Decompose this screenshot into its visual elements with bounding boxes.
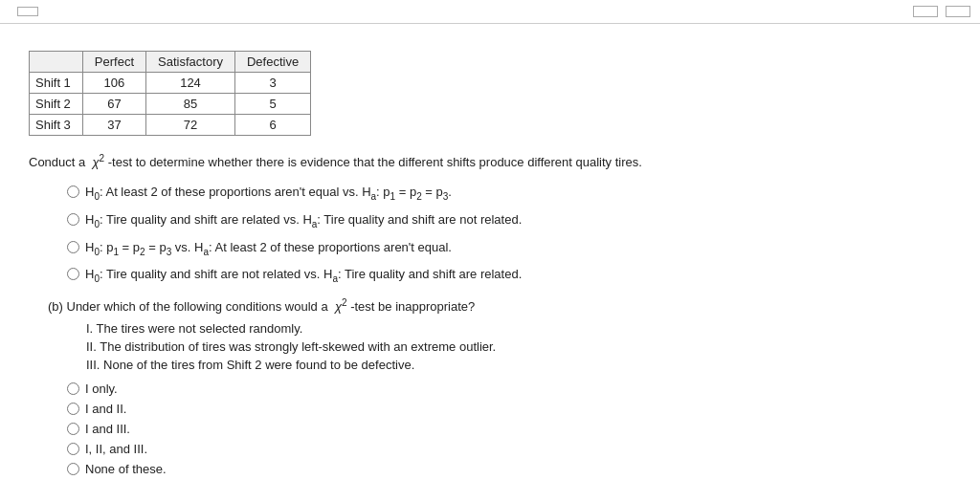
cell-value: 3 — [234, 73, 310, 94]
row-label: Shift 3 — [30, 115, 83, 136]
part-b-radio-4[interactable] — [67, 463, 79, 475]
condition-item: II. The distribution of tires was strong… — [86, 339, 919, 354]
cell-value: 37 — [82, 115, 145, 136]
part-b-radio-3[interactable] — [67, 443, 79, 455]
cell-value: 85 — [146, 94, 235, 115]
part-a-option-label: H0: Tire quality and shift are related v… — [85, 210, 522, 231]
part-a-option[interactable]: H0: At least 2 of these proportions aren… — [67, 183, 919, 204]
cell-value: 124 — [146, 73, 235, 94]
table-row: Shift 337726 — [30, 115, 311, 136]
part-a-option[interactable]: H0: p1 = p2 = p3 vs. Ha: At least 2 of t… — [67, 238, 919, 259]
condition-item: I. The tires were not selected randomly. — [86, 321, 919, 336]
part-b-option[interactable]: I and III. — [67, 422, 919, 436]
part-a-radio-2[interactable] — [67, 241, 79, 253]
part-b-option-label: None of these. — [85, 462, 167, 476]
condition-list: I. The tires were not selected randomly.… — [86, 321, 919, 372]
row-label: Shift 2 — [30, 94, 83, 115]
part-b-radio-0[interactable] — [67, 382, 79, 395]
cell-value: 106 — [82, 73, 145, 94]
data-table: Perfect Satisfactory Defective Shift 110… — [29, 51, 311, 136]
top-bar — [0, 0, 980, 24]
cell-value: 5 — [234, 94, 310, 115]
part-a-option[interactable]: H0: Tire quality and shift are not relat… — [67, 265, 919, 286]
cell-value: 67 — [82, 94, 145, 115]
part-a-radio-0[interactable] — [67, 185, 79, 198]
part-b-option-label: I, II, and III. — [85, 442, 147, 456]
table-header-row: Perfect Satisfactory Defective — [30, 52, 311, 73]
part-a-option-label: H0: Tire quality and shift are not relat… — [85, 265, 522, 286]
table-row: Shift 11061243 — [30, 73, 311, 94]
my-notes-button[interactable] — [913, 6, 938, 17]
col-header-empty — [30, 52, 83, 73]
part-b-option-label: I and II. — [85, 402, 126, 416]
part-b-option-label: I only. — [85, 382, 118, 396]
chi-squared-symbol: χ2 — [93, 155, 105, 169]
part-b-option[interactable]: I only. — [67, 382, 919, 396]
cell-value: 72 — [146, 115, 235, 136]
part-a-radio-1[interactable] — [67, 213, 79, 226]
col-header-satisfactory: Satisfactory — [146, 52, 235, 73]
part-b-radio-1[interactable] — [67, 403, 79, 415]
part-a-option-label: H0: p1 = p2 = p3 vs. Ha: At least 2 of t… — [85, 238, 452, 259]
row-label: Shift 1 — [30, 73, 83, 94]
part-a-option-label: H0: At least 2 of these proportions aren… — [85, 183, 452, 204]
top-left — [10, 7, 38, 16]
conduct-paragraph: Conduct a χ2 -test to determine whether … — [29, 153, 919, 169]
part-b-option[interactable]: I and II. — [67, 402, 919, 416]
part-b-radio-2[interactable] — [67, 423, 79, 435]
ask-teacher-button[interactable] — [946, 6, 970, 17]
table-row: Shift 267855 — [30, 94, 311, 115]
details-button[interactable] — [17, 7, 38, 16]
top-right — [913, 6, 970, 17]
part-b-options: I only.I and II.I and III.I, II, and III… — [67, 382, 919, 476]
part-b-option[interactable]: None of these. — [67, 462, 919, 476]
part-a-option[interactable]: H0: Tire quality and shift are related v… — [67, 210, 919, 231]
col-header-defective: Defective — [234, 52, 310, 73]
part-b-label: (b) Under which of the following conditi… — [48, 297, 919, 314]
part-a-options: H0: At least 2 of these proportions aren… — [67, 183, 919, 285]
main-content: Perfect Satisfactory Defective Shift 110… — [0, 24, 938, 480]
part-b-option[interactable]: I, II, and III. — [67, 442, 919, 456]
cell-value: 6 — [234, 115, 310, 136]
col-header-perfect: Perfect — [82, 52, 145, 73]
condition-item: III. None of the tires from Shift 2 were… — [86, 358, 919, 372]
part-a-radio-3[interactable] — [67, 268, 79, 280]
part-b-option-label: I and III. — [85, 422, 130, 436]
